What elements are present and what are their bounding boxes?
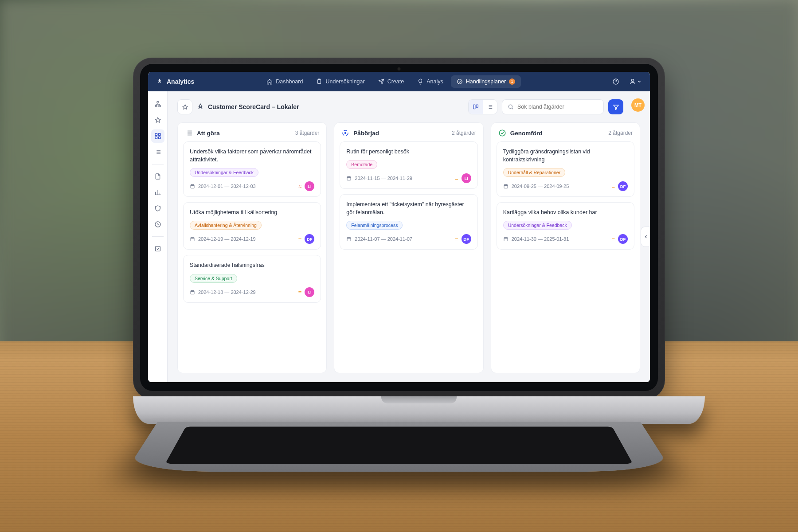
card-dates: 2024-12-18 — 2024-12-29 — [198, 289, 256, 295]
column-header: Att göra3 åtgärder — [178, 123, 326, 141]
nav-label: Handlingsplaner — [466, 78, 506, 85]
card-dates: 2024-11-30 — 2025-01-31 — [512, 236, 569, 242]
card-footer: 2024-11-15 — 2024-11-29=LI — [346, 173, 471, 183]
svg-rect-13 — [473, 105, 475, 109]
card-title: Undersök vilka faktorer som påverkar när… — [190, 148, 314, 164]
assignee-avatar: DF — [618, 181, 628, 191]
collapse-right-button[interactable] — [641, 227, 650, 247]
column-header: Påbörjad2 åtgärder — [334, 123, 483, 141]
search-box[interactable] — [502, 99, 604, 114]
checkbox-icon — [154, 245, 161, 252]
view-toggle — [468, 99, 497, 114]
calendar-icon — [190, 184, 195, 189]
view-list-button[interactable] — [483, 100, 497, 114]
rail-chart[interactable] — [151, 186, 164, 199]
board-view-icon — [473, 104, 479, 110]
rail-clock[interactable] — [151, 218, 164, 231]
svg-point-15 — [509, 105, 512, 108]
task-card[interactable]: Tydliggöra gränsdragningslistan vid kont… — [497, 141, 634, 197]
task-card[interactable]: Implementera ett "ticketsystem" när hyre… — [340, 194, 477, 250]
rail-list[interactable] — [151, 145, 164, 159]
task-card[interactable]: Undersök vilka faktorer som påverkar när… — [183, 141, 321, 197]
calendar-icon — [346, 236, 352, 242]
header-toolbar — [468, 99, 640, 114]
help-button[interactable] — [609, 75, 622, 88]
priority-icon: = — [298, 289, 302, 295]
card-list: Tydliggöra gränsdragningslistan vid kont… — [491, 141, 640, 256]
rail-org[interactable] — [151, 98, 164, 111]
rail-board[interactable] — [151, 129, 164, 143]
scorecard-icon — [197, 103, 204, 110]
priority-icon: ≈ — [298, 184, 301, 189]
clock-icon — [154, 221, 161, 228]
column-title: Genomförd — [510, 130, 543, 137]
progress-icon — [341, 129, 349, 137]
nav-create[interactable]: Create — [372, 75, 410, 88]
column-count: 2 åtgärder — [452, 130, 476, 136]
nav-label: Undersökningar — [325, 78, 364, 85]
search-input[interactable] — [517, 104, 598, 110]
calendar-icon — [346, 176, 352, 181]
task-card[interactable]: Utöka möjligheterna till källsorteringAv… — [183, 202, 321, 250]
svg-rect-6 — [159, 106, 160, 107]
task-card[interactable]: Standardiserade hälsningsfrasService & S… — [183, 255, 321, 302]
help-icon — [612, 78, 619, 85]
account-menu[interactable] — [629, 75, 642, 88]
nav-label: Dashboard — [276, 78, 303, 85]
brand-logo-icon — [156, 78, 163, 85]
assignee-avatar: DF — [305, 234, 314, 244]
svg-rect-21 — [191, 290, 194, 294]
column-title: Påbörjad — [353, 130, 379, 137]
svg-rect-24 — [347, 177, 351, 180]
page-header: Customer ScoreCard – Lokaler — [168, 91, 650, 120]
svg-rect-8 — [158, 133, 160, 136]
card-title: Utöka möjligheterna till källsortering — [190, 208, 314, 216]
nav-dashboard[interactable]: Dashboard — [261, 75, 309, 88]
topbar: Analytics Dashboard Undersökningar — [148, 72, 650, 91]
brand-name: Analytics — [167, 78, 194, 85]
card-tag: Undersökningar & Feedback — [190, 168, 258, 177]
card-footer: 2024-12-01 — 2024-12-03≈LI — [190, 181, 314, 191]
avatar[interactable]: MT — [631, 98, 645, 112]
rail-checkbox[interactable] — [151, 242, 164, 255]
assignee-avatar: DF — [618, 234, 628, 244]
priority-icon: = — [455, 176, 458, 181]
chevron-down-icon — [637, 79, 642, 84]
priority-icon: = — [455, 236, 458, 242]
done-icon — [498, 129, 506, 137]
nav-surveys[interactable]: Undersökningar — [310, 75, 370, 88]
bulb-icon — [417, 78, 423, 85]
task-card[interactable]: Kartlägga vilka behov olika kunder harUn… — [497, 202, 634, 250]
todo-icon — [185, 129, 193, 137]
topbar-right — [609, 75, 642, 88]
card-title: Standardiserade hälsningsfras — [190, 261, 314, 269]
check-circle-icon — [457, 78, 463, 85]
brand: Analytics — [156, 78, 194, 85]
view-board-button[interactable] — [469, 100, 483, 114]
nav-handlingsplaner[interactable]: Handlingsplaner 1 — [451, 75, 521, 88]
rail-shield[interactable] — [151, 202, 164, 215]
svg-point-26 — [499, 130, 505, 136]
svg-rect-27 — [504, 185, 508, 188]
card-tag: Service & Support — [190, 274, 237, 283]
rail-star[interactable] — [151, 113, 164, 127]
rail-reports[interactable] — [151, 170, 164, 183]
calendar-icon — [503, 236, 509, 242]
nav-analys[interactable]: Analys — [411, 75, 449, 88]
nav-label: Create — [387, 78, 404, 85]
card-dates: 2024-11-15 — 2024-11-29 — [355, 176, 412, 181]
filter-button[interactable] — [608, 99, 623, 114]
column-count: 3 åtgärder — [295, 130, 320, 136]
card-title: Tydliggöra gränsdragningslistan vid kont… — [503, 148, 628, 164]
task-card[interactable]: Rutin för personligt besökBemötade2024-1… — [340, 141, 477, 189]
svg-rect-20 — [191, 238, 194, 241]
bar-chart-icon — [154, 189, 161, 196]
svg-rect-25 — [347, 238, 351, 241]
card-tag: Felanmälningsprocess — [346, 221, 403, 230]
favorite-button[interactable] — [177, 99, 192, 114]
card-footer: 2024-11-30 — 2025-01-31=DF — [503, 234, 628, 244]
board-column: Påbörjad2 åtgärderRutin för personligt b… — [334, 122, 483, 373]
card-footer: 2024-11-07 — 2024-11-07=DF — [346, 234, 471, 244]
document-icon — [154, 173, 161, 180]
list-view-icon — [487, 104, 493, 110]
